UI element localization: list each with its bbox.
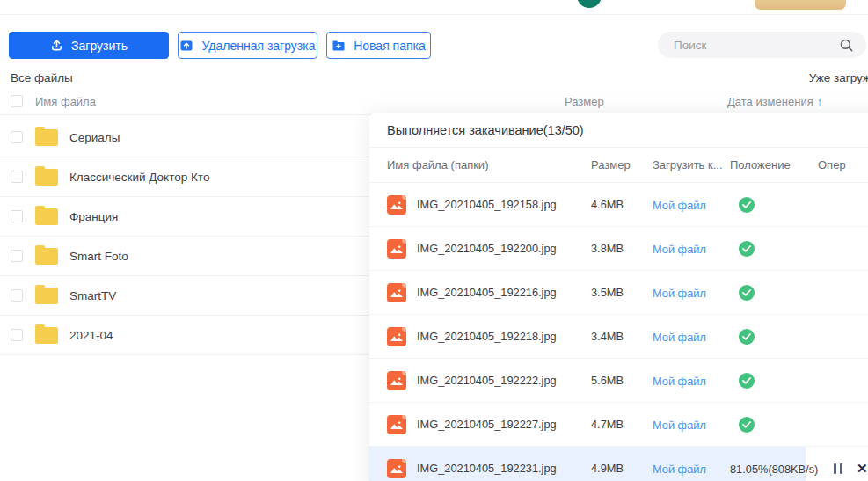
remote-upload-button-label: Удаленная загрузка bbox=[201, 39, 315, 53]
success-check-icon bbox=[739, 373, 755, 389]
file-name: IMG_20210405_192200.jpg bbox=[417, 242, 557, 255]
upload-destination-link[interactable]: Мой файл bbox=[653, 375, 706, 388]
upload-row[interactable]: IMG_20210405_192231.jpg 4.9MB Мой файл 8… bbox=[369, 447, 868, 481]
upload-row[interactable]: IMG_20210405_192227.jpg 4.7MB Мой файл ✕ bbox=[369, 403, 868, 447]
upload-column-operation: Опер bbox=[818, 158, 868, 171]
breadcrumb[interactable]: Все файлы bbox=[11, 71, 73, 84]
file-name: IMG_20210405_192222.jpg bbox=[417, 374, 557, 387]
new-folder-button-label: Новая папка bbox=[354, 39, 426, 53]
close-icon[interactable]: ✕ bbox=[857, 462, 868, 475]
folder-name[interactable]: Франция bbox=[69, 210, 118, 223]
folder-icon bbox=[35, 288, 58, 304]
upload-row[interactable]: IMG_20210405_192218.jpg 3.4MB Мой файл ✕ bbox=[369, 315, 868, 359]
file-size: 3.8MB bbox=[591, 242, 653, 255]
upload-icon bbox=[50, 39, 63, 52]
file-size: 4.6MB bbox=[591, 198, 653, 211]
folder-icon bbox=[35, 129, 58, 146]
file-size: 3.4MB bbox=[591, 330, 653, 343]
row-checkbox[interactable] bbox=[11, 210, 23, 222]
folder-icon bbox=[35, 169, 58, 186]
upload-destination-link[interactable]: Мой файл bbox=[653, 419, 706, 432]
success-check-icon bbox=[739, 241, 755, 257]
upload-row-list: IMG_20210405_192158.jpg 4.6MB Мой файл ✕… bbox=[369, 183, 868, 481]
column-modified-label: Дата изменения bbox=[727, 95, 813, 108]
upload-destination-link[interactable]: Мой файл bbox=[653, 243, 706, 256]
success-check-icon bbox=[739, 285, 755, 301]
select-all-checkbox[interactable] bbox=[11, 95, 23, 107]
folder-name[interactable]: Сериалы bbox=[69, 131, 120, 144]
row-checkbox[interactable] bbox=[11, 171, 23, 183]
folder-icon bbox=[35, 208, 58, 225]
file-name: IMG_20210405_192216.jpg bbox=[417, 286, 557, 299]
upload-destination-link[interactable]: Мой файл bbox=[653, 463, 706, 476]
upload-column-upload-to: Загрузить к... bbox=[653, 158, 730, 171]
file-size: 3.5MB bbox=[591, 286, 653, 299]
upload-panel-columns: Имя файла (папки) Размер Загрузить к... … bbox=[369, 148, 868, 183]
upload-column-name: Имя файла (папки) bbox=[387, 158, 591, 171]
upload-panel-title: Выполняется закачивание(13/50) bbox=[369, 113, 868, 148]
file-size: 5.6MB bbox=[591, 374, 653, 387]
image-file-icon bbox=[387, 283, 406, 302]
success-check-icon bbox=[739, 329, 755, 345]
file-name: IMG_20210405_192158.jpg bbox=[417, 198, 557, 211]
upload-column-size: Размер bbox=[591, 158, 653, 171]
upload-column-position: Положение bbox=[730, 158, 818, 171]
upload-button[interactable]: Загрузить bbox=[9, 32, 169, 59]
premium-button[interactable] bbox=[755, 0, 846, 10]
new-folder-button[interactable]: Новая папка bbox=[326, 32, 431, 59]
upload-destination-link[interactable]: Мой файл bbox=[653, 331, 706, 344]
file-size: 4.7MB bbox=[591, 418, 653, 431]
folder-name[interactable]: Классический Доктор Кто bbox=[69, 171, 209, 184]
column-modified-sort[interactable]: Дата изменения ↑ bbox=[727, 95, 868, 108]
file-name: IMG_20210405_192218.jpg bbox=[417, 330, 557, 343]
upload-destination-link[interactable]: Мой файл bbox=[653, 199, 706, 212]
image-file-icon bbox=[387, 327, 406, 346]
image-file-icon bbox=[387, 459, 406, 478]
success-check-icon bbox=[739, 417, 755, 433]
folder-icon bbox=[35, 327, 58, 344]
image-file-icon bbox=[387, 371, 406, 390]
sort-ascending-icon: ↑ bbox=[817, 95, 823, 108]
pause-icon[interactable] bbox=[834, 463, 842, 474]
folder-icon bbox=[35, 248, 58, 265]
image-file-icon bbox=[387, 195, 406, 215]
file-size: 4.9MB bbox=[591, 462, 653, 475]
upload-row[interactable]: IMG_20210405_192216.jpg 3.5MB Мой файл ✕ bbox=[369, 271, 868, 315]
upload-row[interactable]: IMG_20210405_192200.jpg 3.8MB Мой файл ✕ bbox=[369, 227, 868, 271]
remote-upload-icon bbox=[179, 39, 193, 53]
folder-name[interactable]: SmartTV bbox=[69, 289, 116, 302]
file-table-header: Имя файла Размер Дата изменения ↑ bbox=[0, 88, 868, 115]
top-bar bbox=[0, 0, 868, 15]
remote-upload-button[interactable]: Удаленная загрузка bbox=[178, 32, 317, 59]
search-icon[interactable] bbox=[839, 38, 854, 53]
folder-name[interactable]: Smart Foto bbox=[69, 250, 128, 263]
row-checkbox[interactable] bbox=[11, 329, 23, 341]
success-check-icon bbox=[739, 197, 755, 213]
search-input[interactable] bbox=[674, 39, 839, 52]
row-checkbox[interactable] bbox=[11, 289, 23, 302]
avatar[interactable] bbox=[577, 0, 602, 8]
file-name: IMG_20210405_192227.jpg bbox=[417, 418, 557, 431]
upload-button-label: Загрузить bbox=[71, 39, 128, 53]
new-folder-icon bbox=[332, 39, 346, 53]
upload-row[interactable]: IMG_20210405_192222.jpg 5.6MB Мой файл ✕ bbox=[369, 359, 868, 403]
column-name: Имя файла bbox=[35, 95, 96, 108]
upload-row[interactable]: IMG_20210405_192158.jpg 4.6MB Мой файл ✕ bbox=[369, 183, 868, 227]
already-uploaded-link[interactable]: Уже загруж bbox=[809, 71, 868, 84]
search-box bbox=[658, 32, 866, 58]
folder-name[interactable]: 2021-04 bbox=[69, 329, 113, 342]
file-name: IMG_20210405_192231.jpg bbox=[417, 462, 557, 475]
image-file-icon bbox=[387, 239, 406, 259]
upload-panel: Выполняется закачивание(13/50) Имя файла… bbox=[369, 113, 868, 481]
image-file-icon bbox=[387, 415, 406, 434]
operation-cell: ✕ bbox=[818, 462, 868, 475]
row-checkbox[interactable] bbox=[11, 250, 23, 262]
column-size: Размер bbox=[565, 95, 727, 108]
upload-destination-link[interactable]: Мой файл bbox=[653, 287, 706, 300]
breadcrumb-row: Все файлы Уже загруж bbox=[0, 71, 868, 87]
row-checkbox[interactable] bbox=[11, 131, 23, 143]
progress-text: 81.05%(808KB/s) bbox=[730, 463, 818, 476]
toolbar: Загрузить Удаленная загрузка Новая папка bbox=[0, 32, 868, 59]
